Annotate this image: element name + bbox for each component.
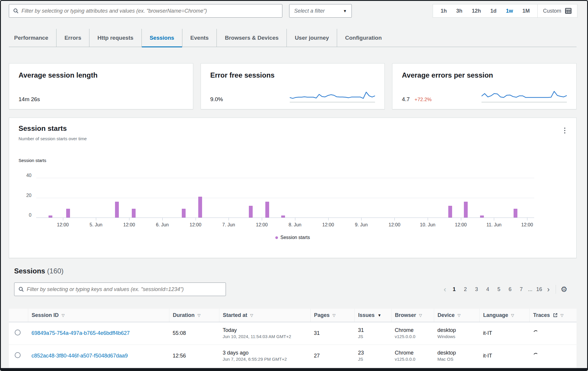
tab-configuration[interactable]: Configuration <box>337 29 390 47</box>
tab-events[interactable]: Events <box>182 29 216 47</box>
x-tick-label: 8. Jun <box>282 222 308 228</box>
tab-sessions[interactable]: Sessions <box>141 29 182 47</box>
pagination: ‹1234567...16› <box>442 285 551 294</box>
column-filter-icon[interactable]: ▽ <box>62 313 65 317</box>
column-label: Language <box>483 312 508 318</box>
tab-user-journey[interactable]: User journey <box>286 29 337 47</box>
column-filter-icon[interactable]: ▽ <box>561 313 564 317</box>
cell-primary-text: desktop <box>437 327 476 334</box>
select-filter-dropdown[interactable]: Select a filter ▼ <box>289 4 352 18</box>
cell-issues: 23JS <box>354 345 391 367</box>
page-button-3[interactable]: 3 <box>472 285 481 294</box>
x-tick-label: 9. Jun <box>348 222 374 228</box>
attribute-filter-box[interactable] <box>9 4 282 18</box>
metric-cards-row: Average session length 14m 26s Error fre… <box>9 63 577 109</box>
column-filter-icon[interactable]: ▽ <box>511 313 514 317</box>
card-title: Error free sessions <box>201 63 385 79</box>
y-tick-label: 0 <box>20 213 31 218</box>
x-tick-mark <box>428 218 428 220</box>
column-label: Pages <box>314 312 330 318</box>
page-button-1[interactable]: 1 <box>450 285 459 294</box>
next-page-button[interactable]: › <box>546 286 551 292</box>
table-row: c852ac48-3f80-446f-a507-f5048d67daa912:5… <box>9 345 577 367</box>
y-tick-label: 20 <box>20 193 31 198</box>
cell-secondary-text: Jun 10, 2024, 11:54:03 AM GMT+2 <box>223 334 307 340</box>
tab-http-requests[interactable]: Http requests <box>89 29 141 47</box>
page-button-2[interactable]: 2 <box>461 285 470 294</box>
page-button-4[interactable]: 4 <box>483 285 492 294</box>
column-filter-icon[interactable]: ▽ <box>419 313 422 317</box>
session-starts-card: Session starts Number of session starts … <box>9 118 577 258</box>
sessions-filter-box[interactable] <box>14 283 226 296</box>
x-tick-label: 12:00 <box>514 222 540 228</box>
cell-browser: Chromev125.0.0.0 <box>391 345 434 367</box>
column-filter-icon[interactable]: ▽ <box>458 313 461 317</box>
x-tick-label: 12:00 <box>381 222 408 228</box>
time-range-1d[interactable]: 1d <box>486 8 501 14</box>
column-header-device[interactable]: Device▽ <box>434 309 479 322</box>
sessions-filter-input[interactable] <box>27 286 221 293</box>
column-header-duration[interactable]: Duration▽ <box>169 309 219 322</box>
page-button-6[interactable]: 6 <box>506 285 514 294</box>
session-id-link[interactable]: 69849a75-754a-497a-b765-4e6bdff4b627 <box>31 330 130 336</box>
pager-zone: ‹1234567...16› ⚙ <box>442 283 567 296</box>
column-header-started-at[interactable]: Started at▽ <box>219 309 310 322</box>
time-range-1w[interactable]: 1w <box>501 8 518 14</box>
page-button-5[interactable]: 5 <box>494 285 503 294</box>
column-header-browser[interactable]: Browser▽ <box>391 309 434 322</box>
column-header-session-id[interactable]: Session ID▽ <box>28 309 169 322</box>
tab-browsers-devices[interactable]: Browsers & Devices <box>216 29 286 47</box>
average-errors-value: 4.7 <box>402 96 409 102</box>
sessions-count: (160) <box>47 267 64 275</box>
column-header-traces[interactable]: Traces▽ <box>529 309 577 322</box>
column-header-issues[interactable]: Issues▼ <box>354 309 391 322</box>
cell-primary-text: 31 <box>358 327 388 334</box>
page-button-16[interactable]: 16 <box>535 285 544 294</box>
kebab-menu-icon[interactable] <box>561 126 569 136</box>
time-range-1h[interactable]: 1h <box>436 8 452 14</box>
sessions-heading: Sessions (160) <box>14 267 64 275</box>
x-tick-label: 12:00 <box>315 222 342 228</box>
cell-radio <box>9 345 28 367</box>
x-tick-mark <box>196 218 196 220</box>
row-select-radio[interactable] <box>15 330 21 335</box>
time-range-3h[interactable]: 3h <box>452 8 467 14</box>
time-range-12h[interactable]: 12h <box>467 8 486 14</box>
table-settings-gear-icon[interactable]: ⚙ <box>561 285 567 294</box>
column-header-language[interactable]: Language▽ <box>479 309 529 322</box>
column-filter-icon[interactable]: ▽ <box>198 313 201 317</box>
sort-descending-icon[interactable]: ▼ <box>378 313 382 317</box>
x-tick-mark <box>394 218 395 220</box>
card-average-errors-per-session: Average errors per session 4.7 +72.2% <box>392 63 577 109</box>
x-tick-label: 12:00 <box>116 222 142 228</box>
cell-issues: 31JS <box>354 322 391 345</box>
time-range-buttons: 1h3h12h1d1w1M <box>433 8 537 14</box>
column-header-pages[interactable]: Pages▽ <box>310 309 354 322</box>
column-label: Session ID <box>32 312 59 318</box>
cell-started: 3 days agoJun 7, 2024, 6:55:29 PM GMT+2 <box>219 345 310 367</box>
legend-label: Session starts <box>280 235 310 240</box>
column-filter-icon[interactable]: ▽ <box>333 313 336 317</box>
cell-spinner <box>529 322 577 345</box>
x-tick-label: 12:00 <box>182 222 209 228</box>
custom-time-range-button[interactable]: Custom <box>538 8 577 14</box>
chevron-down-icon: ▼ <box>343 9 347 13</box>
x-tick-label: 11. Jun <box>481 222 507 228</box>
x-tick-label: 12:00 <box>448 222 474 228</box>
column-label: Browser <box>395 312 416 318</box>
attribute-filter-input[interactable] <box>21 8 278 14</box>
row-select-radio[interactable] <box>15 352 21 358</box>
previous-page-button[interactable]: ‹ <box>442 286 447 292</box>
cell-duration: 12:56 <box>169 345 219 367</box>
time-range-1m[interactable]: 1M <box>518 8 534 14</box>
tab-errors[interactable]: Errors <box>56 29 89 47</box>
column-filter-icon[interactable]: ▽ <box>250 313 253 317</box>
tab-performance[interactable]: Performance <box>9 29 56 47</box>
session-starts-bar <box>281 215 285 218</box>
session-id-link[interactable]: c852ac48-3f80-446f-a507-f5048d67daa9 <box>31 353 128 359</box>
cell-browser: Chromev125.0.0.0 <box>391 322 434 345</box>
x-tick-label: 10. Jun <box>414 222 441 228</box>
page-button-7[interactable]: 7 <box>517 285 526 294</box>
cell-device: desktopMac OS <box>434 345 479 367</box>
column-label: Issues <box>358 312 375 318</box>
